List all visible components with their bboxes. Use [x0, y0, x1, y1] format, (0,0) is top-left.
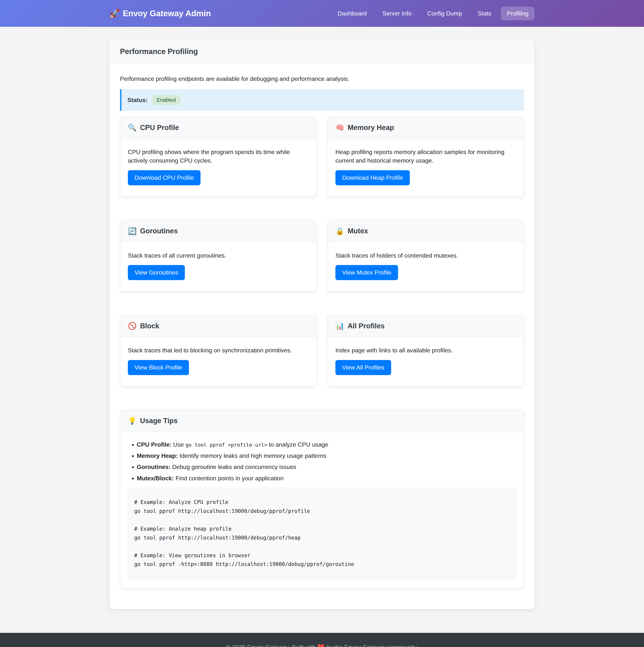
main-card-body: Performance profiling endpoints are avai… — [110, 64, 534, 609]
bar-chart-icon: 📊 — [335, 322, 344, 330]
card-mutex-header: 🔒 Mutex — [328, 220, 524, 242]
lock-icon: 🔒 — [335, 227, 344, 235]
card-description: Stack traces that led to blocking on syn… — [128, 346, 309, 355]
card-title: All Profiles — [347, 322, 385, 330]
usage-tips-card: 💡 Usage Tips CPU Profile: Use go tool pp… — [120, 410, 524, 588]
status-badge: Enabled — [151, 95, 181, 105]
card-cpu-profile-header: 🔍 CPU Profile — [120, 117, 316, 139]
card-goroutines: 🔄 Goroutines Stack traces of all current… — [120, 220, 316, 292]
navbar-inner: 🚀 Envoy Gateway Admin Dashboard Server I… — [110, 0, 534, 27]
nav-item-server-info[interactable]: Server Info — [376, 7, 417, 20]
magnifying-glass-icon: 🔍 — [128, 124, 137, 132]
refresh-arrows-icon: 🔄 — [128, 227, 137, 235]
pprof-examples-code-block: # Example: Analyze CPU profile go tool p… — [128, 488, 516, 579]
status-label: Status: — [127, 97, 147, 103]
performance-profiling-card: Performance Profiling Performance profil… — [110, 40, 534, 609]
usage-tips-header: 💡 Usage Tips — [120, 410, 524, 432]
prohibited-icon: 🚫 — [128, 322, 137, 330]
page-footer: © 2025 Envoy Gateway. Built with ❤️ by t… — [0, 633, 644, 647]
card-cpu-profile: 🔍 CPU Profile CPU profiling shows where … — [120, 117, 316, 197]
card-description: Stack traces of holders of contended mut… — [335, 251, 516, 260]
card-all-profiles: 📊 All Profiles Index page with links to … — [328, 315, 524, 386]
download-cpu-profile-button[interactable]: Download CPU Profile — [128, 170, 200, 185]
tip-mutex-block: Mutex/Block: Find contention points in y… — [137, 474, 516, 483]
card-memory-heap-header: 🧠 Memory Heap — [328, 117, 524, 139]
profiles-grid: 🔍 CPU Profile CPU profiling shows where … — [120, 117, 524, 387]
card-title: CPU Profile — [140, 124, 179, 132]
card-goroutines-header: 🔄 Goroutines — [120, 220, 316, 242]
status-box: Status: Enabled — [120, 89, 524, 111]
app-title: Envoy Gateway Admin — [123, 9, 211, 18]
tip-goroutines: Goroutines: Debug goroutine leaks and co… — [137, 462, 516, 471]
card-all-profiles-header: 📊 All Profiles — [328, 315, 524, 337]
view-all-profiles-button[interactable]: View All Profiles — [335, 360, 391, 375]
card-block-header: 🚫 Block — [120, 315, 316, 337]
usage-tips-title: Usage Tips — [140, 417, 178, 425]
view-mutex-profile-button[interactable]: View Mutex Profile — [335, 265, 398, 280]
card-title: Mutex — [347, 227, 368, 235]
app-brand: 🚀 Envoy Gateway Admin — [110, 9, 211, 18]
view-goroutines-button[interactable]: View Goroutines — [128, 265, 185, 280]
card-description: Stack traces of all current goroutines. — [128, 251, 309, 260]
card-title: Memory Heap — [347, 124, 394, 132]
intro-text: Performance profiling endpoints are avai… — [120, 74, 524, 83]
page-title: Performance Profiling — [110, 40, 534, 64]
nav-item-config-dump[interactable]: Config Dump — [421, 7, 468, 20]
copyright-text: © 2025 Envoy Gateway. Built with ❤️ by t… — [0, 644, 644, 647]
brain-icon: 🧠 — [335, 124, 344, 132]
nav-links: Dashboard Server Info Config Dump Stats … — [332, 7, 534, 20]
tip-memory-heap: Memory Heap: Identify memory leaks and h… — [137, 451, 516, 460]
tip-cpu-profile: CPU Profile: Use go tool pprof <profile-… — [137, 440, 516, 449]
nav-item-dashboard[interactable]: Dashboard — [332, 7, 373, 20]
tips-list: CPU Profile: Use go tool pprof <profile-… — [128, 440, 516, 483]
light-bulb-icon: 💡 — [128, 417, 137, 425]
card-title: Block — [140, 322, 159, 330]
card-description: CPU profiling shows where the program sp… — [128, 148, 309, 165]
card-memory-heap: 🧠 Memory Heap Heap profiling reports mem… — [328, 117, 524, 197]
top-navbar: 🚀 Envoy Gateway Admin Dashboard Server I… — [0, 0, 644, 27]
rocket-icon: 🚀 — [110, 9, 120, 18]
nav-item-stats[interactable]: Stats — [472, 7, 497, 20]
view-block-profile-button[interactable]: View Block Profile — [128, 360, 189, 375]
usage-tips-body: CPU Profile: Use go tool pprof <profile-… — [120, 432, 524, 588]
card-title: Goroutines — [140, 227, 178, 235]
nav-item-profiling[interactable]: Profiling — [501, 7, 534, 20]
card-block: 🚫 Block Stack traces that led to blockin… — [120, 315, 316, 386]
card-description: Heap profiling reports memory allocation… — [335, 148, 516, 165]
card-description: Index page with links to all available p… — [335, 346, 516, 355]
inline-code: go tool pprof <profile-url> — [185, 442, 267, 448]
download-heap-profile-button[interactable]: Download Heap Profile — [335, 170, 410, 185]
card-mutex: 🔒 Mutex Stack traces of holders of conte… — [328, 220, 524, 292]
